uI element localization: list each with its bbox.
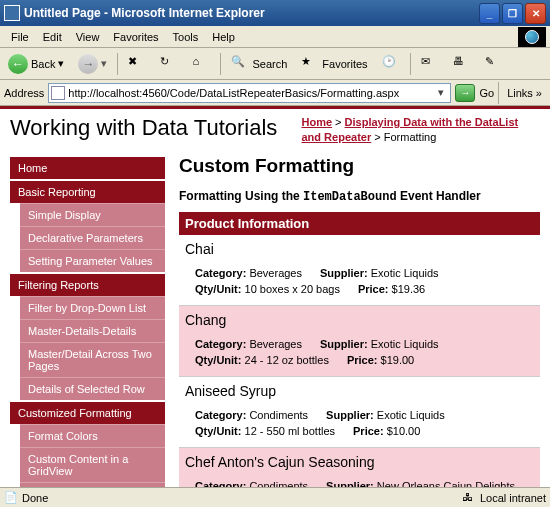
favorites-label: Favorites bbox=[322, 58, 367, 70]
separator bbox=[410, 53, 411, 75]
sidebar-item-format-colors[interactable]: Format Colors bbox=[20, 424, 165, 447]
sidebar-item-custom-content-in-a-detailsview[interactable]: Custom Content in a DetailsView bbox=[20, 482, 165, 487]
menu-tools[interactable]: Tools bbox=[166, 29, 206, 45]
edit-icon: ✎ bbox=[485, 55, 503, 73]
minimize-button[interactable]: _ bbox=[479, 3, 500, 24]
separator bbox=[498, 82, 499, 104]
menu-favorites[interactable]: Favorites bbox=[106, 29, 165, 45]
sidebar-nav: HomeBasic ReportingSimple DisplayDeclara… bbox=[10, 155, 165, 487]
sidebar-category-basic-reporting[interactable]: Basic Reporting bbox=[10, 181, 165, 203]
address-url: http://localhost:4560/Code/DataListRepea… bbox=[68, 87, 434, 99]
go-button[interactable]: → bbox=[455, 84, 475, 102]
home-icon: ⌂ bbox=[192, 55, 210, 73]
breadcrumb-home-link[interactable]: Home bbox=[302, 116, 333, 128]
edit-button[interactable]: ✎ bbox=[481, 53, 507, 75]
maximize-button[interactable]: ❐ bbox=[502, 3, 523, 24]
chevron-down-icon: ▾ bbox=[58, 57, 64, 70]
main-heading: Custom Formatting bbox=[179, 155, 540, 177]
close-button[interactable]: ✕ bbox=[525, 3, 546, 24]
refresh-button[interactable]: ↻ bbox=[156, 53, 182, 75]
product-price: Price: $10.00 bbox=[353, 425, 420, 437]
sidebar-item-master-detail-across-two-pages[interactable]: Master/Detail Across Two Pages bbox=[20, 342, 165, 377]
stop-icon: ✖ bbox=[128, 55, 146, 73]
menu-file[interactable]: File bbox=[4, 29, 36, 45]
window-titlebar: Untitled Page - Microsoft Internet Explo… bbox=[0, 0, 550, 26]
menu-help[interactable]: Help bbox=[205, 29, 242, 45]
page-title: Working with Data Tutorials bbox=[10, 115, 302, 145]
product-qty: Qty/Unit: 10 boxes x 20 bags bbox=[195, 283, 340, 295]
mail-icon: ✉ bbox=[421, 55, 439, 73]
address-dropdown-button[interactable]: ▾ bbox=[434, 86, 448, 99]
status-bar: 📄 Done 🖧 Local intranet bbox=[0, 487, 550, 507]
product-qty: Qty/Unit: 12 - 550 ml bottles bbox=[195, 425, 335, 437]
breadcrumb: Home > Displaying Data with the DataList… bbox=[302, 115, 541, 145]
chevron-down-icon: ▾ bbox=[101, 57, 107, 70]
product-name: Chef Anton's Cajun Seasoning bbox=[185, 454, 534, 470]
history-button[interactable]: 🕑 bbox=[378, 53, 404, 75]
links-button[interactable]: Links » bbox=[503, 85, 546, 101]
menu-edit[interactable]: Edit bbox=[36, 29, 69, 45]
main-content: Custom Formatting Formatting Using the I… bbox=[179, 155, 540, 487]
app-icon bbox=[4, 5, 20, 21]
product-item: ChaiCategory: BeveragesSupplier: Exotic … bbox=[179, 235, 540, 306]
address-label: Address bbox=[4, 87, 44, 99]
section-header: Product Information bbox=[179, 212, 540, 235]
go-label: Go bbox=[479, 87, 494, 99]
search-button[interactable]: 🔍 Search bbox=[227, 53, 291, 75]
product-category: Category: Beverages bbox=[195, 338, 302, 350]
product-price: Price: $19.00 bbox=[347, 354, 414, 366]
home-button[interactable]: ⌂ bbox=[188, 53, 214, 75]
refresh-icon: ↻ bbox=[160, 55, 178, 73]
menu-view[interactable]: View bbox=[69, 29, 107, 45]
stop-button[interactable]: ✖ bbox=[124, 53, 150, 75]
content-viewport: Working with Data Tutorials Home > Displ… bbox=[0, 106, 550, 487]
product-item: Chef Anton's Cajun SeasoningCategory: Co… bbox=[179, 448, 540, 487]
sidebar-item-simple-display[interactable]: Simple Display bbox=[20, 203, 165, 226]
done-icon: 📄 bbox=[4, 491, 18, 505]
print-button[interactable]: 🖶 bbox=[449, 53, 475, 75]
status-text: Done bbox=[22, 492, 48, 504]
sidebar-item-setting-parameter-values[interactable]: Setting Parameter Values bbox=[20, 249, 165, 272]
page-icon bbox=[51, 86, 65, 100]
back-button[interactable]: ← Back ▾ bbox=[4, 52, 68, 76]
search-icon: 🔍 bbox=[231, 55, 249, 73]
product-item: ChangCategory: BeveragesSupplier: Exotic… bbox=[179, 306, 540, 377]
address-input[interactable]: http://localhost:4560/Code/DataListRepea… bbox=[48, 83, 451, 103]
sidebar-item-custom-content-in-a-gridview[interactable]: Custom Content in a GridView bbox=[20, 447, 165, 482]
breadcrumb-current: Formatting bbox=[384, 131, 437, 143]
product-category: Category: Condiments bbox=[195, 409, 308, 421]
separator bbox=[220, 53, 221, 75]
sidebar-category-customized-formatting[interactable]: Customized Formatting bbox=[10, 402, 165, 424]
sidebar-category-home[interactable]: Home bbox=[10, 157, 165, 179]
sidebar-item-declarative-parameters[interactable]: Declarative Parameters bbox=[20, 226, 165, 249]
history-icon: 🕑 bbox=[382, 55, 400, 73]
address-bar: Address http://localhost:4560/Code/DataL… bbox=[0, 80, 550, 106]
product-supplier: Supplier: Exotic Liquids bbox=[320, 267, 439, 279]
product-name: Aniseed Syrup bbox=[185, 383, 534, 399]
product-name: Chai bbox=[185, 241, 534, 257]
sidebar-item-master-details-details[interactable]: Master-Details-Details bbox=[20, 319, 165, 342]
sidebar-category-filtering-reports[interactable]: Filtering Reports bbox=[10, 274, 165, 296]
menu-bar: FileEditViewFavoritesToolsHelp bbox=[0, 26, 550, 48]
sidebar-item-filter-by-drop-down-list[interactable]: Filter by Drop-Down List bbox=[20, 296, 165, 319]
mail-button[interactable]: ✉ bbox=[417, 53, 443, 75]
product-price: Price: $19.36 bbox=[358, 283, 425, 295]
product-supplier: Supplier: Exotic Liquids bbox=[320, 338, 439, 350]
product-qty: Qty/Unit: 24 - 12 oz bottles bbox=[195, 354, 329, 366]
forward-button[interactable]: → ▾ bbox=[74, 52, 111, 76]
favorites-button[interactable]: ★ Favorites bbox=[297, 53, 371, 75]
product-name: Chang bbox=[185, 312, 534, 328]
ie-logo-icon bbox=[518, 27, 546, 47]
star-icon: ★ bbox=[301, 55, 319, 73]
print-icon: 🖶 bbox=[453, 55, 471, 73]
sidebar-item-details-of-selected-row[interactable]: Details of Selected Row bbox=[20, 377, 165, 400]
product-category: Category: Beverages bbox=[195, 267, 302, 279]
product-item: Aniseed SyrupCategory: CondimentsSupplie… bbox=[179, 377, 540, 448]
zone-text: Local intranet bbox=[480, 492, 546, 504]
back-label: Back bbox=[31, 58, 55, 70]
zone-icon: 🖧 bbox=[462, 491, 476, 505]
toolbar: ← Back ▾ → ▾ ✖ ↻ ⌂ 🔍 Search ★ Favorites … bbox=[0, 48, 550, 80]
search-label: Search bbox=[252, 58, 287, 70]
sub-heading: Formatting Using the ItemDataBound Event… bbox=[179, 189, 540, 204]
forward-arrow-icon: → bbox=[78, 54, 98, 74]
